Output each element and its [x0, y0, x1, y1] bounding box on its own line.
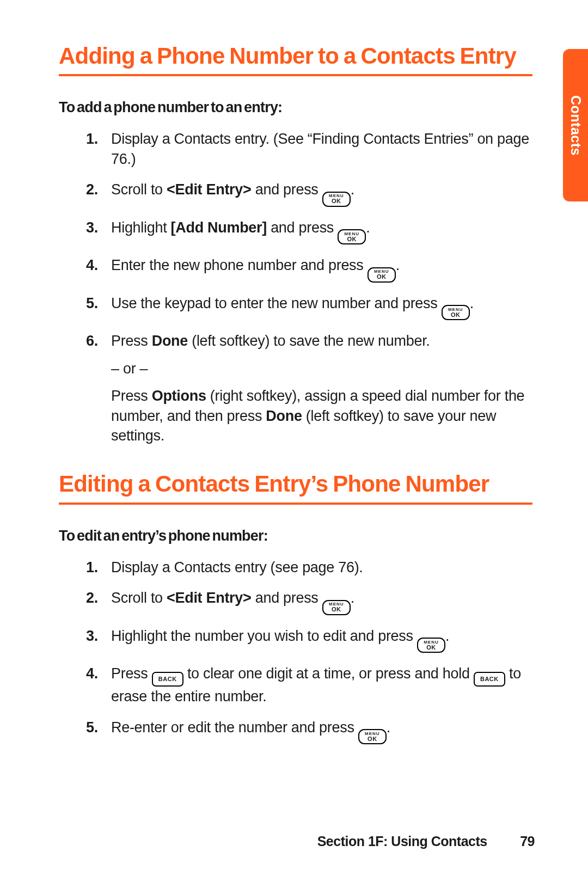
step-subtext: Press Options (right softkey), assign a … — [111, 386, 538, 445]
step-number: 1. — [86, 129, 98, 149]
section-title-2: Editing a Contacts Entry’s Phone Number — [59, 470, 535, 498]
back-key-icon: BACK — [152, 672, 183, 687]
step-text: Use the keypad to enter the new number a… — [111, 295, 474, 311]
step-item: 2.Scroll to <Edit Entry> and press MENUO… — [86, 180, 538, 207]
side-tab: Contacts — [563, 49, 588, 201]
step-number: 5. — [86, 718, 98, 737]
step-number: 1. — [86, 558, 98, 577]
steps-list-2: 1.Display a Contacts entry (see page 76)… — [59, 558, 538, 744]
steps-list-1: 1.Display a Contacts entry. (See “Findin… — [59, 129, 538, 445]
step-text: Display a Contacts entry. (See “Finding … — [111, 131, 529, 167]
step-item: 4.Press BACK to clear one digit at a tim… — [86, 664, 538, 706]
step-number: 3. — [86, 626, 98, 646]
page-content: Adding a Phone Number to a Contacts Entr… — [0, 0, 588, 744]
step-subtext: – or – — [111, 359, 538, 378]
step-number: 2. — [86, 588, 98, 608]
step-item: 2.Scroll to <Edit Entry> and press MENUO… — [86, 588, 538, 615]
step-item: 1.Display a Contacts entry. (See “Findin… — [86, 129, 538, 169]
section-title-1: Adding a Phone Number to a Contacts Entr… — [59, 42, 535, 70]
step-number: 2. — [86, 180, 98, 199]
step-item: 3.Highlight [Add Number] and press MENUO… — [86, 218, 538, 245]
subhead-1: To add a phone number to an entry: — [59, 99, 535, 116]
rule-2 — [59, 503, 532, 505]
menu-ok-key-icon: MENUOK — [322, 192, 351, 207]
menu-ok-key-icon: MENUOK — [358, 729, 387, 744]
step-number: 4. — [86, 664, 98, 683]
step-item: 5.Use the keypad to enter the new number… — [86, 293, 538, 321]
step-text: Highlight [Add Number] and press MENUOK. — [111, 219, 370, 236]
step-text: Press Done (left softkey) to save the ne… — [111, 333, 430, 349]
step-text: Re-enter or edit the number and press ME… — [111, 719, 390, 736]
side-tab-label: Contacts — [568, 95, 584, 156]
step-text: Scroll to <Edit Entry> and press MENUOK. — [111, 590, 354, 606]
footer-page-number: 79 — [520, 834, 535, 849]
step-number: 5. — [86, 293, 98, 313]
step-item: 5.Re-enter or edit the number and press … — [86, 718, 538, 745]
step-text: Enter the new phone number and press MEN… — [111, 257, 400, 273]
rule-1 — [59, 74, 532, 76]
page-footer: Section 1F: Using Contacts 79 — [317, 834, 535, 849]
menu-ok-key-icon: MENUOK — [338, 229, 366, 244]
step-text: Display a Contacts entry (see page 76). — [111, 559, 363, 575]
subhead-2: To edit an entry’s phone number: — [59, 528, 535, 544]
menu-ok-key-icon: MENUOK — [367, 267, 396, 283]
step-item: 1.Display a Contacts entry (see page 76)… — [86, 558, 538, 577]
step-number: 3. — [86, 218, 98, 237]
step-text: Highlight the number you wish to edit an… — [111, 628, 449, 644]
step-text: Press BACK to clear one digit at a time,… — [111, 665, 521, 705]
step-item: 3.Highlight the number you wish to edit … — [86, 626, 538, 653]
back-key-icon: BACK — [474, 672, 505, 687]
menu-ok-key-icon: MENUOK — [417, 638, 445, 653]
footer-section: Section 1F: Using Contacts — [317, 834, 487, 849]
step-number: 4. — [86, 255, 98, 275]
step-item: 4.Enter the new phone number and press M… — [86, 255, 538, 283]
step-number: 6. — [86, 331, 98, 351]
menu-ok-key-icon: MENUOK — [442, 305, 470, 320]
step-item: 6.Press Done (left softkey) to save the … — [86, 331, 538, 445]
menu-ok-key-icon: MENUOK — [322, 600, 351, 615]
step-text: Scroll to <Edit Entry> and press MENUOK. — [111, 181, 354, 198]
